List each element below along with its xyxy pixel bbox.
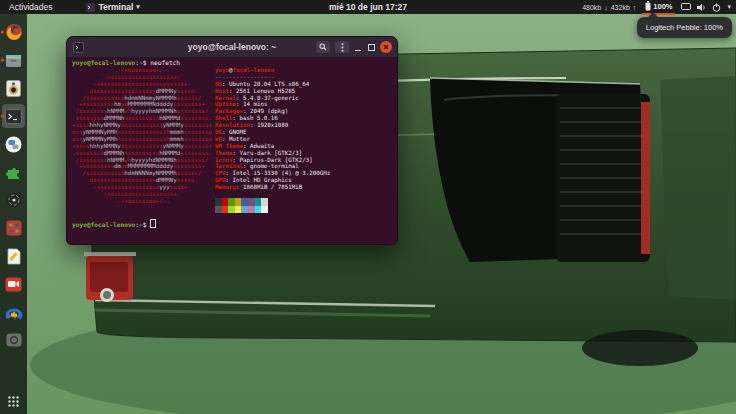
- notification-arrow: [647, 12, 659, 18]
- running-indicator: [1, 59, 4, 62]
- color-palette: [215, 198, 268, 213]
- terminal-app-icon: [86, 3, 95, 12]
- download-arrow-icon: ↓: [604, 4, 608, 11]
- screenshot-tool-icon: [6, 333, 22, 347]
- display-mirror-icon[interactable]: [681, 3, 691, 11]
- app-menu-terminal[interactable]: Terminal ▾: [81, 0, 144, 14]
- dock-item-screenshot-tool[interactable]: [0, 326, 27, 354]
- net-up-value: 432kb: [611, 4, 630, 11]
- search-icon: [319, 43, 327, 51]
- close-icon: [383, 44, 389, 50]
- command-line: yoyo@focal-lenovo:~$ neofetch: [72, 59, 180, 67]
- dock-item-red-grid-app[interactable]: [0, 214, 27, 242]
- neofetch-ascii-art: .-/+oossssoo+/-. `:+ssssssssssssssssss+:…: [72, 67, 212, 205]
- close-button[interactable]: [380, 41, 392, 53]
- notification-popup[interactable]: Logitech Pebble: 100%: [637, 17, 732, 38]
- window-titlebar[interactable]: yoyo@focal-lenovo: ~: [67, 37, 397, 58]
- command-text: neofetch: [150, 59, 180, 66]
- running-indicator: [1, 115, 4, 118]
- minimize-button[interactable]: [354, 43, 362, 51]
- terminal-window: yoyo@focal-lenovo: ~ yoyo@focal-lenovo:~…: [66, 36, 398, 245]
- vinyl-music-icon: [6, 192, 22, 208]
- volume-icon[interactable]: [697, 3, 706, 12]
- dock-item-software[interactable]: [0, 130, 27, 158]
- dock-item-screen-recorder[interactable]: [0, 270, 27, 298]
- terminal-content[interactable]: yoyo@focal-lenovo:~$ neofetch .-/+oossss…: [67, 58, 397, 244]
- kebab-menu-icon: [341, 43, 344, 52]
- speaker-box-icon: [6, 80, 21, 97]
- dock-item-text-editor[interactable]: [0, 242, 27, 270]
- dock: [0, 14, 27, 414]
- terminal-window-icon: [73, 42, 84, 53]
- red-grid-app-icon: [6, 220, 22, 236]
- dock-item-firefox[interactable]: [0, 18, 27, 46]
- audacity-headphones-icon: [5, 304, 23, 320]
- power-icon[interactable]: [712, 3, 721, 12]
- file-cabinet-icon: [5, 52, 22, 69]
- dock-items: [0, 14, 27, 354]
- dock-item-terminal[interactable]: [0, 102, 27, 130]
- upload-arrow-icon: ↑: [633, 4, 637, 11]
- net-down-value: 480kb: [582, 4, 601, 11]
- dock-item-audacity-headphones[interactable]: [0, 298, 27, 326]
- battery-percent: 100%: [653, 2, 672, 11]
- software-icon: [5, 136, 22, 153]
- network-speed-indicator[interactable]: 480kb ↓ 432kb ↑: [582, 4, 636, 11]
- dock-item-file-cabinet[interactable]: [0, 46, 27, 74]
- neofetch-info: yoyo@focal-lenovo-----------------OS: Ub…: [215, 67, 330, 191]
- search-button[interactable]: [316, 41, 330, 53]
- dock-item-vinyl-music[interactable]: [0, 186, 27, 214]
- text-editor-icon: [6, 248, 22, 265]
- show-applications-button[interactable]: [0, 395, 27, 408]
- maximize-button[interactable]: [367, 43, 375, 51]
- show-applications-icon: [7, 395, 20, 408]
- chevron-down-icon: ▾: [136, 3, 140, 11]
- menu-button[interactable]: [335, 41, 349, 53]
- dock-item-speaker-box[interactable]: [0, 74, 27, 102]
- maximize-icon: [368, 44, 375, 51]
- terminal-icon: [5, 109, 22, 124]
- dock-item-puzzle-extension[interactable]: [0, 158, 27, 186]
- top-bar: Actividades Terminal ▾ mié 10 de jun 17:…: [0, 0, 736, 14]
- battery-icon: [645, 1, 651, 11]
- desktop: Actividades Terminal ▾ mié 10 de jun 17:…: [0, 0, 736, 414]
- activities-button[interactable]: Actividades: [0, 0, 61, 14]
- notification-text: Logitech Pebble: 100%: [646, 23, 723, 32]
- clock[interactable]: mié 10 de jun 17:27: [329, 2, 407, 12]
- terminal-cursor: [150, 219, 156, 228]
- window-title: yoyo@focal-lenovo: ~: [188, 42, 276, 52]
- screen-recorder-icon: [5, 277, 22, 292]
- puzzle-extension-icon: [5, 164, 22, 181]
- app-menu-label: Terminal: [98, 2, 133, 12]
- shell-prompt: yoyo@focal-lenovo:~$: [72, 219, 156, 229]
- minimize-icon: [355, 50, 361, 51]
- firefox-icon: [5, 23, 23, 41]
- system-menu-chevron-icon[interactable]: ▾: [727, 3, 731, 11]
